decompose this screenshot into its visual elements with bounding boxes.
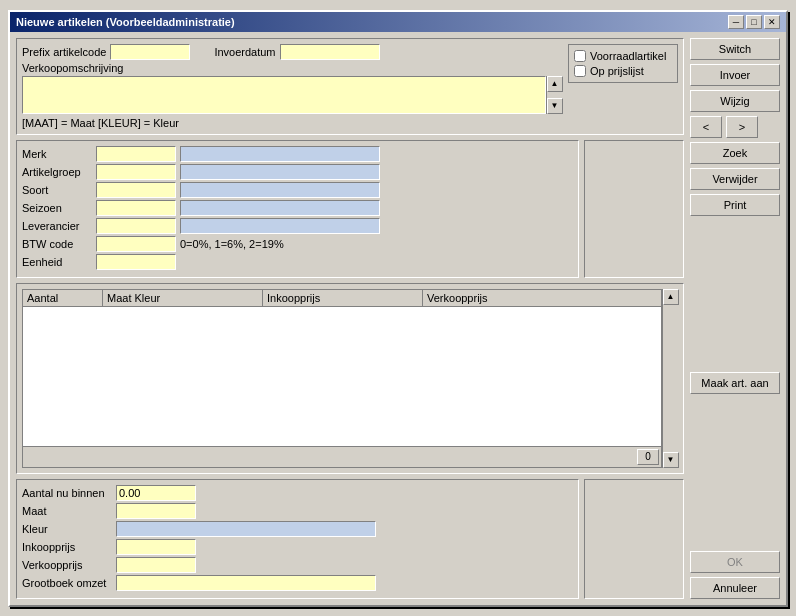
prefix-row: Prefix artikelcode Invoerdatum	[22, 44, 562, 60]
close-button[interactable]: ✕	[764, 15, 780, 29]
grid-col-maat: Maat Kleur	[103, 290, 263, 306]
kleur-detail-label: Kleur	[22, 523, 112, 535]
artikelgroep-input1[interactable]	[96, 164, 176, 180]
prefix-input[interactable]	[110, 44, 190, 60]
right-attr-panel	[584, 140, 684, 278]
voorraad-checkbox[interactable]	[574, 50, 586, 62]
invoerdatum-label: Invoerdatum	[214, 46, 275, 58]
maximize-button[interactable]: □	[746, 15, 762, 29]
maat-detail-label: Maat	[22, 505, 112, 517]
aantal-nu-label: Aantal nu binnen	[22, 487, 112, 499]
btw-input[interactable]	[96, 236, 176, 252]
maak-art-button[interactable]: Maak art. aan	[690, 372, 780, 394]
grid-section: Aantal Maat Kleur Inkoopprijs Verkooppri…	[16, 283, 684, 474]
grootboek-input[interactable]	[116, 575, 376, 591]
top-section: Prefix artikelcode Invoerdatum Verkoopom…	[16, 38, 684, 135]
btw-row: BTW code 0=0%, 1=6%, 2=19%	[22, 236, 573, 252]
seizoen-label: Seizoen	[22, 202, 92, 214]
maat-detail-row: Maat	[22, 503, 573, 519]
scroll-down-btn[interactable]: ▼	[547, 98, 563, 114]
nav-row: < >	[690, 116, 780, 138]
grid-scroll-down[interactable]: ▼	[663, 452, 679, 468]
prefix-label: Prefix artikelcode	[22, 46, 106, 58]
maat-detail-input[interactable]	[116, 503, 196, 519]
prijslijst-checkbox[interactable]	[574, 65, 586, 77]
merk-input1[interactable]	[96, 146, 176, 162]
soort-input2[interactable]	[180, 182, 380, 198]
grid-col-inkoop: Inkoopprijs	[263, 290, 423, 306]
leverancier-input2[interactable]	[180, 218, 380, 234]
annuleer-button[interactable]: Annuleer	[690, 577, 780, 599]
btw-label: BTW code	[22, 238, 92, 250]
grid-counter-btn[interactable]: 0	[637, 449, 659, 465]
invoer-button[interactable]: Invoer	[690, 64, 780, 86]
grid-header: Aantal Maat Kleur Inkoopprijs Verkooppri…	[22, 289, 662, 307]
switch-button[interactable]: Switch	[690, 38, 780, 60]
inkoopprijs-detail-input[interactable]	[116, 539, 196, 555]
voorraad-label: Voorraadlartikel	[590, 50, 666, 62]
aantal-nu-input[interactable]	[116, 485, 196, 501]
main-window: Nieuwe artikelen (Voorbeeldadministratie…	[8, 10, 788, 607]
kleur-detail-row: Kleur	[22, 521, 573, 537]
leverancier-input1[interactable]	[96, 218, 176, 234]
grid-scroll-up[interactable]: ▲	[663, 289, 679, 305]
verkoopprijs-detail-input[interactable]	[116, 557, 196, 573]
eenheid-label: Eenheid	[22, 256, 92, 268]
verwijder-button[interactable]: Verwijder	[690, 168, 780, 190]
middle-section: Merk Artikelgroep Soort	[16, 140, 684, 278]
artikelgroep-row: Artikelgroep	[22, 164, 573, 180]
prijslijst-row: Op prijslijst	[574, 65, 672, 77]
grootboek-label: Grootboek omzet	[22, 577, 112, 589]
inkoopprijs-detail-label: Inkoopprijs	[22, 541, 112, 553]
soort-input1[interactable]	[96, 182, 176, 198]
grid-main: Aantal Maat Kleur Inkoopprijs Verkooppri…	[22, 289, 662, 468]
artikelgroep-input2[interactable]	[180, 164, 380, 180]
grid-col-aantal: Aantal	[23, 290, 103, 306]
grootboek-row: Grootboek omzet	[22, 575, 573, 591]
nav-prev-button[interactable]: <	[690, 116, 722, 138]
seizoen-row: Seizoen	[22, 200, 573, 216]
merk-input2[interactable]	[180, 146, 380, 162]
bottom-section: Aantal nu binnen Maat Kleur Inkoopprijs	[16, 479, 684, 599]
checkbox-panel: Voorraadlartikel Op prijslijst	[568, 44, 678, 83]
verkoop-textarea[interactable]	[22, 76, 546, 114]
kleur-detail-input[interactable]	[116, 521, 376, 537]
scroll-up-btn[interactable]: ▲	[547, 76, 563, 92]
merk-row: Merk	[22, 146, 573, 162]
verkoopprijs-detail-row: Verkoopprijs	[22, 557, 573, 573]
right-panel: Switch Invoer Wijzig < > Zoek Verwijder …	[690, 38, 780, 599]
ok-button[interactable]: OK	[690, 551, 780, 573]
title-bar-buttons: ─ □ ✕	[728, 15, 780, 29]
nav-next-button[interactable]: >	[726, 116, 758, 138]
leverancier-row: Leverancier	[22, 218, 573, 234]
merk-label: Merk	[22, 148, 92, 160]
aantal-nu-row: Aantal nu binnen	[22, 485, 573, 501]
minimize-button[interactable]: ─	[728, 15, 744, 29]
verkoop-row: Verkoopomschrijving	[22, 62, 562, 74]
leverancier-label: Leverancier	[22, 220, 92, 232]
detail-panel: Aantal nu binnen Maat Kleur Inkoopprijs	[16, 479, 579, 599]
grid-container: Aantal Maat Kleur Inkoopprijs Verkooppri…	[22, 289, 678, 468]
textarea-scrollbar: ▲ ▼	[546, 76, 562, 114]
soort-row: Soort	[22, 182, 573, 198]
verkoopprijs-detail-label: Verkoopprijs	[22, 559, 112, 571]
grid-body[interactable]	[22, 307, 662, 447]
window-title: Nieuwe artikelen (Voorbeeldadministratie…	[16, 16, 235, 28]
seizoen-input1[interactable]	[96, 200, 176, 216]
maat-kleur-text: [MAAT] = Maat [KLEUR] = Kleur	[22, 117, 179, 129]
prijslijst-label: Op prijslijst	[590, 65, 644, 77]
grid-scrollbar: ▲ ▼	[662, 289, 678, 468]
title-bar: Nieuwe artikelen (Voorbeeldadministratie…	[10, 12, 786, 32]
maat-kleur-info: [MAAT] = Maat [KLEUR] = Kleur	[22, 117, 562, 129]
attr-panel: Merk Artikelgroep Soort	[16, 140, 579, 278]
textarea-wrapper: ▲ ▼	[22, 76, 562, 114]
grid-col-verkoop: Verkoopprijs	[423, 290, 553, 306]
invoerdatum-input[interactable]	[280, 44, 380, 60]
artikelgroep-label: Artikelgroep	[22, 166, 92, 178]
seizoen-input2[interactable]	[180, 200, 380, 216]
inkoopprijs-detail-row: Inkoopprijs	[22, 539, 573, 555]
print-button[interactable]: Print	[690, 194, 780, 216]
zoek-button[interactable]: Zoek	[690, 142, 780, 164]
eenheid-input[interactable]	[96, 254, 176, 270]
wijzig-button[interactable]: Wijzig	[690, 90, 780, 112]
